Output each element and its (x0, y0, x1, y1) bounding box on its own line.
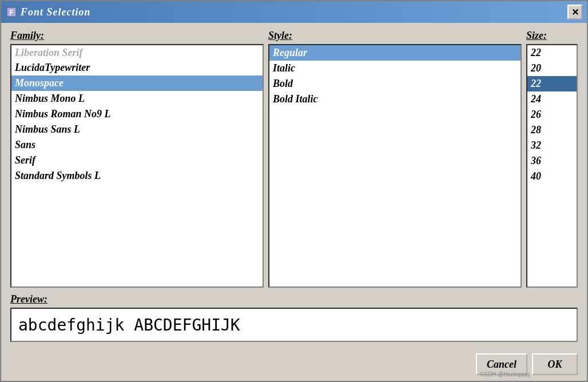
family-list[interactable]: Liberation Serif LucidaTypewriter Monosp… (11, 45, 263, 286)
family-list-container[interactable]: Liberation Serif LucidaTypewriter Monosp… (10, 44, 264, 288)
size-item[interactable]: 22 (527, 45, 577, 61)
size-column: Size: 22 20 22 24 26 28 32 36 40 (526, 30, 578, 288)
columns-row: Family: Liberation Serif LucidaTypewrite… (10, 30, 578, 288)
style-list[interactable]: Regular Italic Bold Bold Italic (269, 45, 521, 286)
list-item[interactable]: Sans (11, 137, 263, 153)
size-item[interactable]: 32 (527, 138, 577, 153)
list-item[interactable]: Standard Symbols L (11, 168, 263, 184)
size-item[interactable]: 26 (527, 107, 577, 122)
size-item[interactable]: 28 (527, 122, 577, 138)
font-selection-dialog: F Font Selection ✕ Family: Liberation Se… (0, 0, 588, 382)
list-item[interactable]: Nimbus Roman No9 L (11, 106, 263, 122)
list-item[interactable]: Bold (269, 76, 521, 91)
family-column: Family: Liberation Serif LucidaTypewrite… (10, 30, 264, 288)
list-item[interactable]: Italic (269, 61, 521, 76)
list-item[interactable]: Monospace (11, 75, 263, 91)
close-button[interactable]: ✕ (567, 5, 582, 19)
size-item[interactable]: 40 (527, 169, 577, 184)
size-label: Size: (526, 30, 578, 42)
list-item[interactable]: Nimbus Mono L (11, 91, 263, 106)
dialog-title: Font Selection (21, 6, 91, 18)
style-column: Style: Regular Italic Bold Bold Italic (268, 30, 522, 288)
title-bar-left: F Font Selection (6, 6, 91, 18)
watermark: ©SDH @Hankqqqq (480, 371, 530, 377)
list-item[interactable]: LucidaTypewriter (11, 60, 263, 75)
ok-button[interactable]: OK (532, 353, 578, 375)
size-item[interactable]: 24 (527, 91, 577, 107)
preview-section: Preview: abcdefghijk ABCDEFGHIJK (10, 293, 578, 342)
preview-box: abcdefghijk ABCDEFGHIJK (10, 308, 578, 342)
svg-text:F: F (9, 9, 13, 17)
size-item[interactable]: 22 (527, 76, 577, 91)
size-list[interactable]: 22 20 22 24 26 28 32 36 40 (527, 45, 577, 286)
style-label: Style: (268, 30, 522, 42)
preview-text: abcdefghijk ABCDEFGHIJK (18, 316, 240, 335)
family-label: Family: (10, 30, 264, 42)
style-list-container[interactable]: Regular Italic Bold Bold Italic (268, 44, 522, 288)
list-item[interactable]: Regular (269, 45, 521, 61)
size-item[interactable]: 36 (527, 153, 577, 169)
dialog-content: Family: Liberation Serif LucidaTypewrite… (1, 23, 587, 349)
list-item[interactable]: Serif (11, 153, 263, 168)
size-list-container[interactable]: 22 20 22 24 26 28 32 36 40 (526, 44, 578, 288)
title-bar: F Font Selection ✕ (1, 1, 587, 23)
preview-label: Preview: (10, 293, 578, 305)
list-item[interactable]: Nimbus Sans L (11, 122, 263, 137)
size-item[interactable]: 20 (527, 61, 577, 76)
list-item[interactable]: Bold Italic (269, 91, 521, 107)
list-item[interactable]: Liberation Serif (11, 45, 263, 60)
app-icon: F (6, 6, 17, 18)
